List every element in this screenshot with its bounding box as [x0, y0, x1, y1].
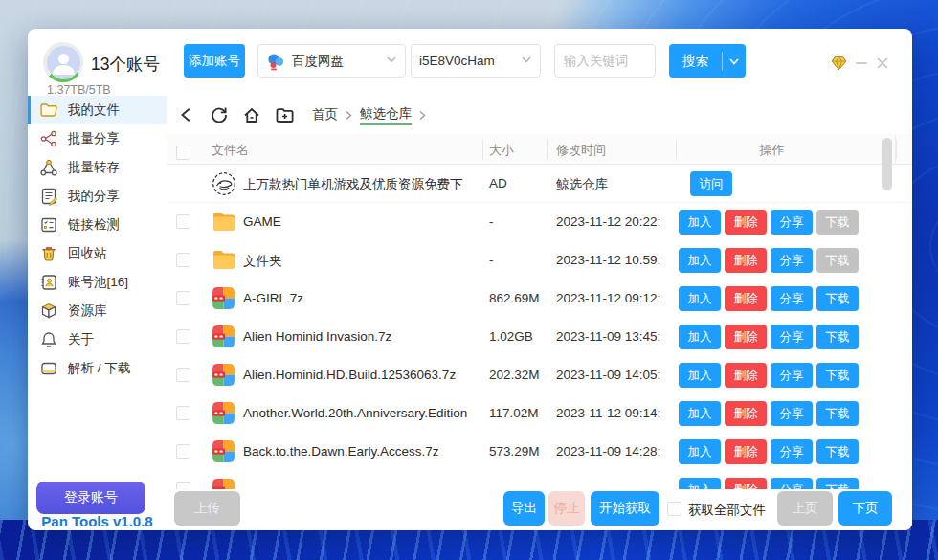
download-button[interactable]: 下载 — [816, 363, 859, 388]
sidebar-item-my-shares[interactable]: 我的分享 — [28, 182, 167, 211]
row-checkbox[interactable] — [176, 291, 190, 305]
file-name[interactable]: GAME — [243, 214, 484, 229]
join-button[interactable]: 加入 — [679, 478, 721, 489]
sidebar-item-batch-share[interactable]: 批量分享 — [28, 124, 167, 153]
vertical-scrollbar[interactable] — [882, 138, 892, 190]
file-name[interactable]: A-GIRL.7z — [243, 291, 484, 305]
column-header-name[interactable]: 文件名 — [212, 142, 249, 159]
delete-button[interactable]: 删除 — [725, 478, 767, 489]
fetch-all-label[interactable]: 获取全部文件 — [688, 502, 766, 519]
archive-file-icon — [212, 363, 236, 388]
delete-button[interactable]: 删除 — [725, 248, 767, 273]
join-button[interactable]: 加入 — [679, 325, 721, 349]
row-checkbox[interactable] — [176, 329, 190, 344]
sidebar-item-label: 批量转存 — [68, 159, 120, 176]
download-button[interactable]: 下载 — [816, 478, 859, 489]
delete-button[interactable]: 删除 — [725, 286, 767, 311]
join-button[interactable]: 加入 — [679, 439, 721, 464]
next-page-button[interactable]: 下页 — [838, 491, 892, 526]
back-icon[interactable] — [176, 104, 197, 125]
sidebar-item-resource-library[interactable]: 资源库 — [28, 297, 167, 325]
download-button[interactable]: 下载 — [816, 325, 859, 349]
prev-page-button[interactable]: 上页 — [777, 491, 833, 526]
delete-button[interactable]: 删除 — [725, 439, 767, 464]
home-icon[interactable] — [241, 104, 262, 125]
sidebar-item-recycle-bin[interactable]: 回收站 — [28, 239, 167, 268]
join-button[interactable]: 加入 — [679, 363, 721, 388]
sidebar-item-batch-transfer[interactable]: 批量转存 — [28, 153, 167, 182]
download-button[interactable]: 下载 — [816, 439, 859, 464]
minimize-icon[interactable] — [853, 55, 870, 72]
row-checkbox[interactable] — [176, 214, 190, 229]
share-button[interactable]: 分享 — [770, 401, 813, 426]
ad-title[interactable]: 上万款热门单机游戏及优质资源免费下 — [243, 176, 484, 193]
delete-button[interactable]: 删除 — [725, 210, 767, 235]
table-row: Alien.Hominid.HD.Build.12536063.7z 202.3… — [167, 356, 912, 394]
download-button[interactable]: 下载 — [816, 401, 859, 426]
add-account-button[interactable]: 添加账号 — [184, 44, 245, 78]
row-checkbox[interactable] — [176, 253, 190, 267]
close-icon[interactable] — [874, 55, 891, 72]
vip-gem-icon[interactable] — [830, 55, 847, 72]
column-header-size[interactable]: 大小 — [489, 142, 514, 159]
select-all-checkbox[interactable] — [176, 146, 190, 160]
desktop-background: 13个账号 1.37TB/5TB 添加账号 百度网盘 i5E8V0cHam — [0, 0, 938, 560]
share-button[interactable]: 分享 — [770, 439, 813, 464]
delete-button[interactable]: 删除 — [725, 325, 767, 349]
refresh-icon[interactable] — [209, 104, 230, 125]
export-button[interactable]: 导出 — [503, 491, 545, 526]
file-name[interactable]: Alien.Hominid.HD.Build.12536063.7z — [243, 368, 484, 382]
sidebar-item-about[interactable]: 关于 — [28, 325, 167, 354]
share-button[interactable]: 分享 — [770, 210, 813, 235]
account-select[interactable]: i5E8V0cHam — [411, 44, 541, 78]
upload-button[interactable]: 上传 — [174, 491, 240, 526]
join-button[interactable]: 加入 — [679, 401, 721, 426]
share-button[interactable]: 分享 — [770, 325, 813, 349]
share-button[interactable]: 分享 — [770, 248, 813, 273]
sidebar-item-parse-download[interactable]: 解析 / 下载 — [28, 354, 167, 383]
archive-file-icon — [212, 401, 236, 426]
chevron-right-icon — [418, 110, 427, 121]
join-button[interactable]: 加入 — [679, 248, 721, 273]
stop-button[interactable]: 停止 — [548, 491, 585, 526]
file-name[interactable]: Alien Hominid Invasion.7z — [243, 329, 484, 344]
file-name[interactable]: Another.World.20th.Anniversary.Edition — [243, 406, 484, 420]
login-button[interactable]: 登录账号 — [36, 482, 145, 514]
row-checkbox[interactable] — [176, 368, 190, 382]
breadcrumb-current[interactable]: 鲸选仓库 — [360, 105, 412, 125]
new-folder-icon[interactable] — [274, 104, 295, 125]
table-row: Alien Hominid Invasion.7z 1.02GB 2023-11… — [167, 318, 912, 356]
row-checkbox[interactable] — [176, 482, 190, 489]
start-fetch-button[interactable]: 开始获取 — [591, 491, 659, 526]
breadcrumb-home[interactable]: 首页 — [312, 106, 338, 123]
sidebar-item-account-pool[interactable]: 账号池[16] — [28, 268, 167, 297]
download-button[interactable]: 下载 — [816, 248, 859, 273]
download-button[interactable]: 下载 — [816, 210, 859, 235]
row-checkbox[interactable] — [176, 406, 190, 420]
sidebar-item-my-files[interactable]: 我的文件 — [28, 96, 167, 124]
drive-select[interactable]: 百度网盘 — [257, 44, 406, 78]
join-button[interactable]: 加入 — [679, 210, 721, 235]
share-button[interactable]: 分享 — [770, 363, 813, 388]
checklist-icon — [39, 215, 58, 235]
sidebar-item-label: 我的分享 — [68, 188, 120, 205]
visit-button[interactable]: 访问 — [690, 171, 732, 196]
column-header-modified[interactable]: 修改时间 — [556, 142, 606, 159]
sidebar-item-link-check[interactable]: 链接检测 — [28, 211, 167, 239]
delete-button[interactable]: 删除 — [725, 363, 767, 388]
fetch-all-checkbox[interactable] — [667, 502, 681, 516]
row-checkbox[interactable] — [176, 444, 190, 459]
share-button[interactable]: 分享 — [770, 286, 813, 311]
delete-button[interactable]: 删除 — [725, 401, 767, 426]
join-button[interactable]: 加入 — [679, 286, 721, 311]
download-button[interactable]: 下载 — [816, 286, 859, 311]
keyword-input[interactable] — [554, 44, 656, 78]
share-button[interactable]: 分享 — [770, 478, 813, 489]
file-name[interactable]: 文件夹 — [243, 253, 484, 270]
search-dropdown-arrow[interactable] — [723, 56, 746, 67]
file-name[interactable]: Back.to.the.Dawn.Early.Access.7z — [243, 444, 484, 459]
account-avatar[interactable] — [43, 42, 83, 82]
column-divider — [676, 139, 677, 160]
search-button[interactable]: 搜索 — [669, 44, 746, 78]
table-row: GAME - 2023-11-12 20:22: 加入 删除 分享 下载 — [167, 203, 912, 241]
